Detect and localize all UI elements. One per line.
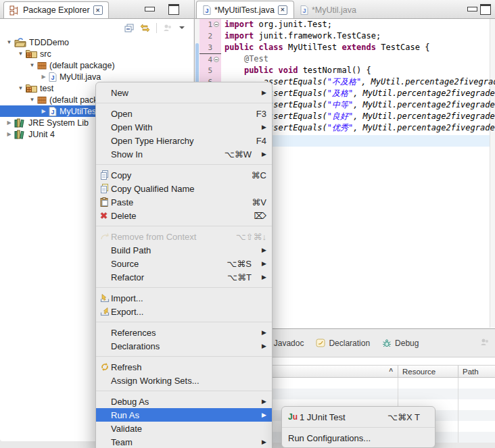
minimize-icon[interactable] (467, 7, 477, 11)
expanded-arrow-icon[interactable]: ▼ (17, 85, 24, 91)
submenu-arrow-icon: ▶ (260, 439, 266, 445)
pin-view-icon[interactable] (480, 338, 490, 347)
menu-item-run-configurations[interactable]: Run Configurations... (282, 431, 435, 445)
menu-separator (96, 391, 272, 391)
submenu-arrow-icon: ▶ (260, 124, 266, 130)
package-icon (37, 61, 47, 70)
editor-tab-myutil[interactable]: J *MyUtil.java (294, 1, 362, 18)
refresh-icon (100, 363, 110, 372)
collapsed-arrow-icon[interactable]: ▶ (5, 131, 13, 137)
menu-item-open-with[interactable]: Open With▶ (96, 120, 272, 134)
menu-item-declarations[interactable]: Declarations▶ (96, 339, 272, 353)
tab-declaration[interactable]: Declaration (316, 339, 370, 348)
menu-item-label: Assign Working Sets... (111, 376, 199, 386)
menu-item-refactor[interactable]: Refactor⌥⌘T▶ (96, 270, 272, 284)
menu-item-run-as[interactable]: Run As▶ (96, 408, 272, 422)
menu-item-label: Run Configurations... (288, 433, 371, 443)
menu-item-label: Declarations (111, 341, 160, 351)
column-divider[interactable] (458, 378, 458, 443)
context-menu: New▶OpenF3Open With▶Open Type HierarchyF… (95, 82, 273, 448)
editor-tab-myutiltest[interactable]: J *MyUtilTest.java ✕ (196, 1, 294, 18)
menu-item-new[interactable]: New▶ (96, 86, 272, 99)
menu-item-delete[interactable]: Delete⌦ (96, 209, 272, 222)
collapsed-arrow-icon[interactable]: ▶ (5, 120, 13, 126)
menu-item-build-path[interactable]: Build Path▶ (96, 243, 272, 257)
tree-item-tdddemo[interactable]: ▼TDDDemo (0, 36, 193, 48)
menu-item-debug-as[interactable]: Debug As▶ (96, 395, 272, 408)
collapsed-arrow-icon[interactable]: ▶ (40, 74, 47, 80)
menu-item-refresh[interactable]: Refresh (96, 360, 272, 374)
menu-item-validate[interactable]: Validate (96, 422, 272, 435)
table-header-path[interactable]: Path (458, 366, 495, 377)
collapse-all-icon[interactable] (124, 24, 134, 32)
menu-item-1-junit-test[interactable]: Ju1 JUnit Test⌥⌘X T (282, 410, 435, 424)
menu-item-label: Export... (111, 307, 143, 317)
menu-item-show-in[interactable]: Show In⌥⌘W▶ (96, 147, 272, 161)
close-icon[interactable]: ✕ (93, 5, 103, 15)
submenu-arrow-icon: ▶ (260, 151, 266, 157)
menu-item-team[interactable]: Team▶ (96, 435, 272, 448)
menu-item-export[interactable]: Export... (96, 305, 272, 318)
tree-item-default-package[interactable]: ▼(default package) (0, 59, 193, 71)
expanded-arrow-icon[interactable]: ▼ (5, 39, 13, 45)
column-label: Resource (402, 368, 435, 376)
library-icon (14, 130, 26, 139)
expanded-arrow-icon[interactable]: ▼ (28, 62, 36, 68)
junit-icon: Ju (288, 412, 298, 422)
run-as-submenu: Ju1 JUnit Test⌥⌘X TRun Configurations... (281, 406, 435, 448)
tree-item-label: src (40, 49, 51, 59)
collapsed-arrow-icon[interactable]: ▶ (40, 108, 47, 114)
menu-item-label: Remove from Context (111, 232, 196, 242)
menu-item-label: Run As (111, 410, 139, 420)
menu-item-copy-qualified-name[interactable]: Copy Qualified Name (96, 182, 272, 195)
menu-separator (282, 427, 435, 428)
maximize-icon[interactable] (480, 4, 491, 15)
tree-item-myutil-java[interactable]: ▶JMyUtil.java (0, 71, 193, 82)
menu-item-label: Copy (111, 170, 131, 180)
tree-item-label: MyUtilTes (60, 107, 96, 116)
code-text: import junit.framework.TestCase; (221, 30, 381, 42)
menu-item-label: New (111, 88, 128, 98)
menu-item-references[interactable]: References▶ (96, 326, 272, 339)
editor-tabbar: J *MyUtilTest.java ✕ J *MyUtil.java (195, 0, 495, 19)
menu-item-open-type-hierarchy[interactable]: Open Type HierarchyF4 (96, 134, 272, 147)
svg-text:J: J (205, 7, 208, 14)
focus-on-task-icon[interactable] (163, 24, 172, 32)
java-file-icon: J (49, 107, 57, 116)
declaration-icon (316, 339, 325, 347)
close-icon[interactable]: ✕ (278, 5, 287, 15)
java-file-icon: J (49, 72, 57, 82)
menu-item-label: Debug As (111, 397, 149, 407)
submenu-arrow-icon: ▶ (260, 412, 266, 418)
svg-text:J: J (51, 109, 54, 116)
minimize-icon[interactable] (145, 7, 155, 11)
menu-item-label: Validate (111, 424, 142, 434)
menu-item-remove-from-context[interactable]: Remove from Context⌥⇧⌘↓ (96, 230, 272, 243)
svg-text:J: J (51, 74, 54, 81)
menu-item-copy[interactable]: Copy⌘C (96, 168, 272, 182)
menu-item-label: Delete (111, 211, 137, 221)
tree-item-src[interactable]: ▼src (0, 48, 193, 59)
import-icon (100, 294, 110, 303)
view-menu-icon[interactable] (179, 26, 185, 30)
menu-separator (96, 226, 272, 226)
maximize-icon[interactable] (168, 4, 179, 15)
tab-debug[interactable]: Debug (382, 339, 419, 348)
menu-item-import[interactable]: Import... (96, 291, 272, 305)
menu-item-paste[interactable]: Paste⌘V (96, 195, 272, 209)
menu-item-open[interactable]: OpenF3 (96, 107, 272, 120)
menu-item-source[interactable]: Source⌥⌘S▶ (96, 257, 272, 270)
tab-package-explorer[interactable]: Package Explorer ✕ (3, 1, 109, 18)
expanded-arrow-icon[interactable]: ▼ (17, 51, 24, 57)
expanded-arrow-icon[interactable]: ▼ (28, 97, 36, 103)
table-header-resource[interactable]: Resource (398, 366, 458, 377)
menu-separator (96, 103, 272, 103)
menu-separator (96, 164, 272, 165)
menu-item-label: Open Type Hierarchy (111, 136, 194, 146)
fold-collapse-icon[interactable] (214, 22, 219, 27)
menu-shortcut: F3 (256, 109, 266, 119)
eclipse-window: Package Explorer ✕ (0, 0, 495, 448)
fold-collapse-icon[interactable] (214, 57, 219, 62)
link-with-editor-icon[interactable] (140, 24, 150, 32)
menu-item-assign-working-sets[interactable]: Assign Working Sets... (96, 374, 272, 387)
